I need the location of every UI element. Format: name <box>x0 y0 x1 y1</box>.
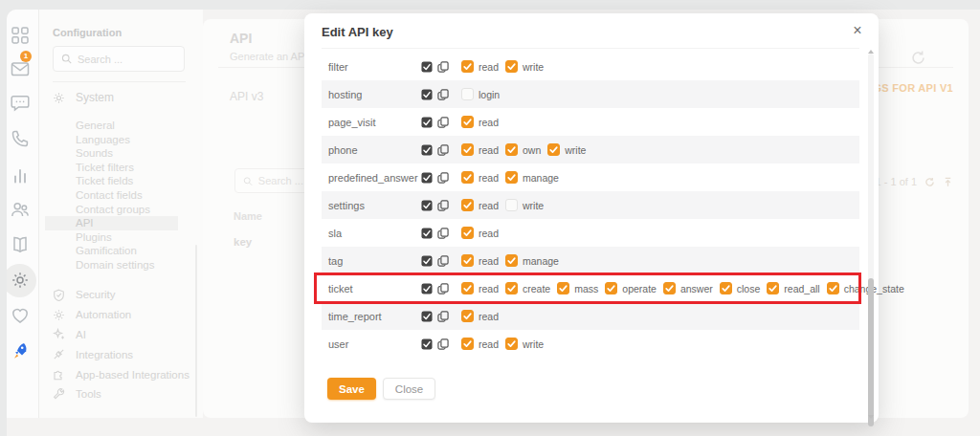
mail-icon[interactable] <box>11 59 30 78</box>
sidebar-section-ai[interactable]: AI <box>53 325 189 345</box>
copy-icon[interactable] <box>437 338 449 350</box>
sidebar-section-tools[interactable]: Tools <box>53 384 189 404</box>
reports-icon[interactable] <box>11 166 30 185</box>
favorites-icon[interactable] <box>11 306 30 325</box>
sidebar-item-ticket-fields[interactable]: Ticket fields <box>76 174 154 188</box>
tab-api-v3[interactable]: API v3 <box>230 90 263 103</box>
checkbox-checked[interactable] <box>461 116 474 128</box>
select-all-icon[interactable] <box>421 228 433 239</box>
checkbox-checked[interactable] <box>461 199 474 211</box>
knowledge-icon[interactable] <box>11 235 30 254</box>
permission-toggle[interactable]: create <box>505 282 550 294</box>
sidebar-item-contact-fields[interactable]: Contact fields <box>76 188 154 203</box>
sidebar-item-domain-settings[interactable]: Domain settings <box>76 258 154 272</box>
permission-toggle[interactable]: read <box>461 199 499 211</box>
checkbox-checked[interactable] <box>547 143 560 156</box>
copy-icon[interactable] <box>437 255 449 267</box>
sidebar-section-security[interactable]: Security <box>53 285 189 305</box>
permission-toggle[interactable]: operate <box>605 282 657 294</box>
select-all-icon[interactable] <box>421 283 433 294</box>
sidebar-item-api[interactable]: API <box>76 216 154 230</box>
customers-icon[interactable] <box>11 200 30 219</box>
checkbox-checked[interactable] <box>461 282 474 294</box>
checkbox-checked[interactable] <box>505 60 518 73</box>
checkbox-checked[interactable] <box>461 143 474 156</box>
sidebar-section-integrations[interactable]: Integrations <box>53 344 189 364</box>
copy-icon[interactable] <box>437 89 449 100</box>
phone-icon[interactable] <box>11 129 30 148</box>
settings-icon[interactable] <box>11 271 30 290</box>
sidebar-item-ticket-filters[interactable]: Ticket filters <box>76 161 154 175</box>
checkbox-checked[interactable] <box>827 282 839 294</box>
permission-toggle[interactable]: write <box>505 199 544 211</box>
copy-icon[interactable] <box>437 144 449 156</box>
sidebar-item-gamification[interactable]: Gamification <box>76 244 154 258</box>
copy-icon[interactable] <box>437 200 449 211</box>
permission-toggle[interactable]: read <box>461 282 499 294</box>
checkbox-unchecked[interactable] <box>505 199 518 211</box>
copy-icon[interactable] <box>437 172 449 184</box>
checkbox-checked[interactable] <box>663 282 676 294</box>
permission-toggle[interactable]: read_all <box>767 282 819 294</box>
permission-toggle[interactable]: read <box>461 116 499 128</box>
select-all-icon[interactable] <box>421 255 433 267</box>
checkbox-checked[interactable] <box>461 171 474 184</box>
sidebar-item-sounds[interactable]: Sounds <box>76 146 154 161</box>
permission-toggle[interactable]: read <box>461 338 499 350</box>
chat-icon[interactable] <box>11 94 30 113</box>
permission-toggle[interactable]: write <box>505 60 544 73</box>
permission-toggle[interactable]: write <box>505 338 544 350</box>
select-all-icon[interactable] <box>421 144 433 156</box>
select-all-icon[interactable] <box>421 338 433 350</box>
checkbox-checked[interactable] <box>557 282 569 294</box>
checkbox-checked[interactable] <box>505 254 518 267</box>
permission-toggle[interactable]: read <box>461 310 499 322</box>
select-all-icon[interactable] <box>421 172 433 184</box>
permission-toggle[interactable]: read <box>461 171 499 184</box>
copy-icon[interactable] <box>437 117 449 128</box>
permission-toggle[interactable]: write <box>547 143 586 156</box>
copy-icon[interactable] <box>437 311 449 322</box>
checkbox-checked[interactable] <box>461 254 474 267</box>
select-all-icon[interactable] <box>421 200 433 211</box>
select-all-icon[interactable] <box>421 117 433 128</box>
permission-toggle[interactable]: mass <box>557 282 598 294</box>
scrollbar-thumb[interactable] <box>868 278 874 426</box>
checkbox-checked[interactable] <box>720 282 732 294</box>
copy-icon[interactable] <box>437 283 449 294</box>
sidebar-section-app-based-integrations[interactable]: App-based Integrations <box>53 364 189 384</box>
select-all-icon[interactable] <box>421 61 433 73</box>
sidebar-item-general[interactable]: General <box>76 119 154 133</box>
permission-toggle[interactable]: manage <box>505 171 559 184</box>
refresh-icon[interactable] <box>924 177 935 187</box>
scrollbar-down-arrow[interactable] <box>868 415 874 419</box>
sidebar-item-contact-groups[interactable]: Contact groups <box>76 203 154 217</box>
permission-toggle[interactable]: read <box>461 254 499 267</box>
sidebar-group-system[interactable]: System <box>53 91 114 104</box>
export-icon[interactable] <box>943 177 953 187</box>
sidebar-section-automation[interactable]: Automation <box>53 305 189 325</box>
checkbox-checked[interactable] <box>767 282 779 294</box>
sidebar-item-languages[interactable]: Languages <box>76 133 154 147</box>
copy-icon[interactable] <box>437 228 449 239</box>
close-icon[interactable]: × <box>848 21 867 40</box>
sidebar-search-input[interactable] <box>78 54 176 65</box>
save-button[interactable]: Save <box>327 378 376 400</box>
checkbox-unchecked[interactable] <box>461 88 474 100</box>
checkbox-checked[interactable] <box>461 227 474 239</box>
sidebar-item-plugins[interactable]: Plugins <box>76 230 154 245</box>
checkbox-checked[interactable] <box>605 282 617 294</box>
permission-toggle[interactable]: read <box>461 227 499 239</box>
checkbox-checked[interactable] <box>505 338 518 350</box>
modal-scrollbar[interactable] <box>868 54 874 415</box>
permission-toggle[interactable]: manage <box>505 254 559 267</box>
rocket-icon[interactable] <box>11 341 30 360</box>
apps-icon[interactable] <box>11 26 30 45</box>
checkbox-checked[interactable] <box>505 282 518 294</box>
sidebar-scrollbar[interactable] <box>195 245 197 417</box>
permission-toggle[interactable]: read <box>461 60 499 73</box>
permission-toggle[interactable]: close <box>720 282 761 294</box>
permission-toggle[interactable]: change_state <box>827 282 904 294</box>
checkbox-checked[interactable] <box>461 60 474 73</box>
select-all-icon[interactable] <box>421 89 433 100</box>
